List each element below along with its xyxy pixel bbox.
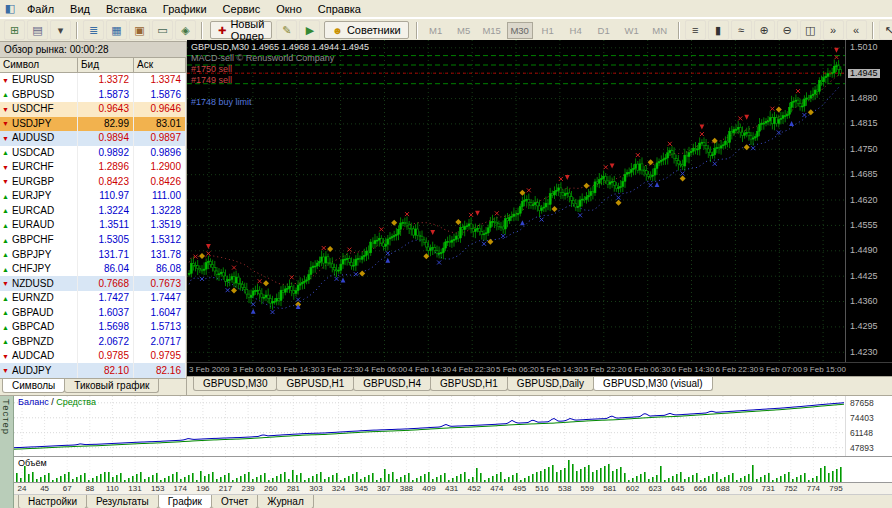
auto-scroll-icon[interactable]: » [823,20,844,40]
timeframe-m1[interactable]: M1 [423,22,449,39]
market-row-audjpy[interactable]: ▼AUDJPY82.1082.16 [0,363,186,378]
objects-toolbar-group: ↖+|—╱∥A↗ [878,20,892,40]
timeframe-d1[interactable]: D1 [591,22,617,39]
line-chart-icon[interactable]: ≈ [731,20,752,40]
tester-tab-2[interactable]: График [158,495,212,508]
tester-x-tick: 452 [468,484,481,493]
trend-down-icon: ▼ [2,353,9,360]
mw-tab-1[interactable]: Тиковый график [64,379,159,393]
balance-chart-area[interactable]: Баланс / Средства 87658744036114847893 [14,396,892,457]
expert-advisors-icon: ☻ [332,25,343,36]
market-row-gbpusd[interactable]: ▲GBPUSD1.58731.5876 [0,88,186,103]
market-row-gbpchf[interactable]: ▲GBPCHF1.53051.5312 [0,233,186,248]
market-row-eurcad[interactable]: ▲EURCAD1.32241.3228 [0,204,186,219]
market-row-eurchf[interactable]: ▼EURCHF1.28961.2900 [0,160,186,175]
market-row-audcad[interactable]: ▼AUDCAD0.97850.9795 [0,349,186,364]
tester-x-tick: 110 [106,484,119,493]
candlestick-chart-icon[interactable]: ▮ [708,20,729,40]
market-row-gbpcad[interactable]: ▲GBPCAD1.56981.5713 [0,320,186,335]
tester-side-label: Тестер [1,396,12,508]
tester-tab-4[interactable]: Журнал [257,495,314,508]
mw-tab-0[interactable]: Символы [2,379,65,393]
tester-x-tick: 196 [196,484,209,493]
market-row-usdcad[interactable]: ▲USDCAD0.98920.9896 [0,146,186,161]
chart-tab-gbpusd-m30-visual[interactable]: GBPUSD,M30 (visual) [593,377,712,391]
bid-cell: 1.7427 [78,291,134,306]
menu-item-2[interactable]: Вставка [98,2,155,16]
market-row-gbpaud[interactable]: ▲GBPAUD1.60371.6047 [0,305,186,320]
bar-chart-icon[interactable]: ≡ [685,20,706,40]
market-row-eurnzd[interactable]: ▲EURNZD1.74271.7447 [0,291,186,306]
market-row-usdjpy[interactable]: ▼USDJPY82.9983.01 [0,117,186,132]
chart-tab-gbpusd-h1[interactable]: GBPUSD,H1 [430,377,508,391]
terminal-icon[interactable]: ▭ [152,20,173,40]
tester-tab-0[interactable]: Настройки [18,495,87,508]
timeframe-m15[interactable]: M15 [479,22,505,39]
ask-cell: 1.5876 [134,88,186,103]
chart-tab-gbpusd-h4[interactable]: GBPUSD,H4 [353,377,431,391]
chart-watermark: MACD-sell © Renusworld Company [191,53,334,63]
market-row-audusd[interactable]: ▼AUDUSD0.98940.9897 [0,131,186,146]
balance-chart [14,396,844,458]
market-row-gbpjpy[interactable]: ▲GBPJPY131.71131.78 [0,247,186,262]
profiles-dropdown-icon[interactable]: ▾ [50,20,71,40]
navigator-icon[interactable]: ▣ [129,20,150,40]
chart-shift-icon[interactable]: « [846,20,867,40]
chart-plot-area[interactable]: GBPUSD,M30 1.4965 1.4968 1.4944 1.4945 M… [187,40,846,362]
tester-side-tab[interactable]: Тестер [0,396,14,508]
cursor-icon[interactable]: ↖ [879,20,892,40]
timeframe-h4[interactable]: H4 [563,22,589,39]
market-row-chfjpy[interactable]: ▲CHFJPY86.0486.08 [0,262,186,277]
tester-x-tick: 623 [648,484,661,493]
column-header-1[interactable]: Бид [78,58,134,72]
metaeditor-icon[interactable]: ✎ [276,20,297,40]
market-row-eurgbp[interactable]: ▼EURGBP0.84230.8426 [0,175,186,190]
volume-chart-area[interactable]: Объём [14,457,892,483]
column-header-0[interactable]: Символ [0,58,78,72]
market-row-euraud[interactable]: ▲EURAUD1.35111.3519 [0,218,186,233]
timeframe-m30[interactable]: M30 [507,22,533,39]
menu-item-3[interactable]: Графики [155,2,215,16]
ask-cell: 1.3519 [134,218,186,233]
column-header-2[interactable]: Аск [134,58,186,72]
market-row-eurjpy[interactable]: ▲EURJPY110.97111.00 [0,189,186,204]
menu-item-6[interactable]: Справка [310,2,369,16]
market-watch-icon[interactable]: ≣ [83,20,104,40]
zoom-in-icon[interactable]: ⊕ [754,20,775,40]
symbol-cell: AUDJPY [12,366,51,376]
bid-cell: 2.0672 [78,334,134,349]
chart-tab-gbpusd-h1[interactable]: GBPUSD,H1 [276,377,354,391]
toolbar: ⊞▤▾ ≣▦▣▭◈ ✚ Новый Ордер ✎▶ ☻ Советники M… [0,18,892,42]
tester-xaxis: 2445678811013115317419621723926028130332… [14,483,892,495]
menu-item-0[interactable]: Файл [19,2,62,16]
market-row-gbpnzd[interactable]: ▲GBPNZD2.06722.0717 [0,334,186,349]
tile-windows-icon[interactable]: ◫ [800,20,821,40]
timeframe-m5[interactable]: M5 [451,22,477,39]
autotrading-icon[interactable]: ▶ [299,20,320,40]
new-order-button[interactable]: ✚ Новый Ордер [210,21,272,39]
market-row-eurusd[interactable]: ▼EURUSD1.33721.3374 [0,73,186,88]
menu-item-1[interactable]: Вид [62,2,98,16]
menu-item-4[interactable]: Сервис [215,2,269,16]
price-tick: 1.5010 [850,43,878,52]
chart-tab-gbpusd-daily[interactable]: GBPUSD,Daily [507,377,594,391]
tester-tab-3[interactable]: Отчет [211,495,258,508]
data-window-icon[interactable]: ▦ [106,20,127,40]
market-row-nzdusd[interactable]: ▼NZDUSD0.76680.7673 [0,276,186,291]
profiles-icon[interactable]: ▤ [27,20,48,40]
timeframe-mn[interactable]: MN [647,22,673,39]
new-chart-icon[interactable]: ⊞ [4,20,25,40]
market-row-usdchf[interactable]: ▼USDCHF0.96430.9646 [0,102,186,117]
chart-tab-gbpusd-m30[interactable]: GBPUSD,M30 [193,377,277,391]
menu-item-5[interactable]: Окно [268,2,310,16]
bid-cell: 1.2896 [78,160,134,175]
ask-cell: 111.00 [134,189,186,204]
expert-advisors-button[interactable]: ☻ Советники [324,21,408,39]
strategy-tester-icon[interactable]: ◈ [175,20,196,40]
tester-tab-1[interactable]: Результаты [86,495,159,508]
timeframe-h1[interactable]: H1 [535,22,561,39]
timeframe-w1[interactable]: W1 [619,22,645,39]
tester-x-tick: 345 [354,484,367,493]
tester-x-tick: 795 [829,484,842,493]
zoom-out-icon[interactable]: ⊖ [777,20,798,40]
